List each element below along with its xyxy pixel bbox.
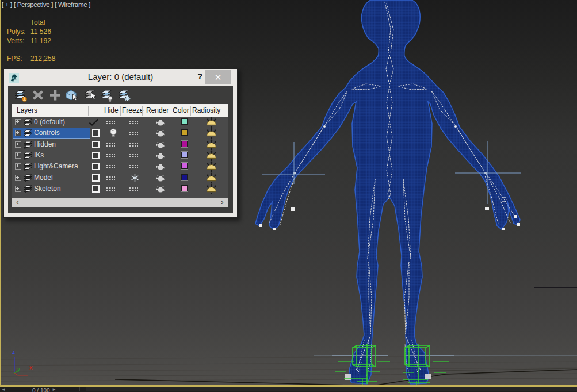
svg-text:x: x [29, 364, 33, 371]
svg-text:z: z [12, 349, 15, 355]
svg-text:y: y [17, 366, 20, 372]
